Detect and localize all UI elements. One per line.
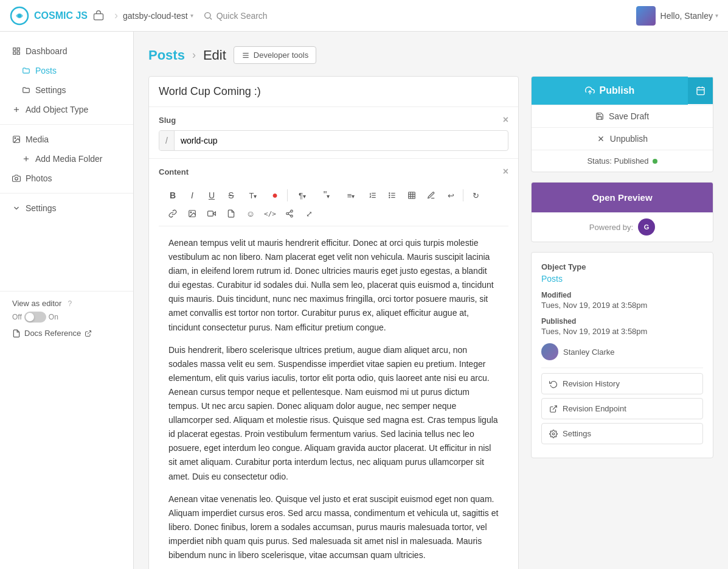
sidebar-item-add-media-folder[interactable]: Add Media Folder <box>0 149 133 169</box>
svg-line-38 <box>288 214 291 215</box>
revision-history-icon <box>549 380 558 388</box>
unpublish-button[interactable]: Unpublish <box>532 127 713 150</box>
toolbar-code[interactable]: </> <box>261 205 279 222</box>
content-close-icon[interactable]: × <box>503 166 508 177</box>
svg-point-36 <box>286 212 289 215</box>
settings-button[interactable]: Settings <box>541 423 703 444</box>
toggle-track[interactable] <box>24 312 46 323</box>
revision-endpoint-button[interactable]: Revision Endpoint <box>541 398 703 419</box>
save-icon <box>595 112 604 120</box>
powered-by-row: Powered by: G <box>532 212 713 242</box>
sidebar-item-dashboard[interactable]: Dashboard <box>0 41 133 61</box>
toolbar-font-size[interactable]: T <box>241 187 265 204</box>
slug-input[interactable] <box>175 131 508 150</box>
publish-calendar-button[interactable] <box>688 77 713 104</box>
breadcrumb-posts[interactable]: Posts <box>148 47 185 63</box>
editor-body[interactable]: Aenean tempus velit ut mauris hendrerit … <box>159 226 508 569</box>
sidebar-item-media[interactable]: Media <box>0 130 133 149</box>
toolbar-video[interactable] <box>203 205 221 222</box>
slug-label-row: Slug × <box>159 114 508 125</box>
svg-point-25 <box>389 197 390 198</box>
save-draft-button[interactable]: Save Draft <box>532 105 713 127</box>
toolbar-emoji[interactable]: ☺ <box>241 205 260 222</box>
toolbar-refresh[interactable]: ↻ <box>466 187 485 204</box>
toolbar-italic[interactable]: I <box>183 187 201 204</box>
main-layout: Dashboard Posts Settings Add Object Type <box>0 32 728 569</box>
svg-rect-5 <box>17 48 19 51</box>
unpublish-label: Unpublish <box>610 134 648 144</box>
toolbar-image[interactable] <box>183 205 201 222</box>
user-menu[interactable]: Hello, Stanley ▾ <box>660 11 718 21</box>
save-draft-label: Save Draft <box>609 111 649 121</box>
bucket-chevron-icon: ▾ <box>190 12 193 19</box>
toolbar-list-ul[interactable] <box>383 187 401 204</box>
svg-rect-26 <box>409 192 415 199</box>
slug-label: Slug <box>159 116 176 125</box>
view-as-editor-toggle[interactable]: Off On <box>12 312 58 323</box>
toolbar-align[interactable]: ≡ <box>339 187 362 204</box>
open-preview-button[interactable]: Open Preview <box>532 183 713 212</box>
toolbar-quote[interactable]: " <box>315 187 338 204</box>
editor-paragraph-1: Aenean tempus velit ut mauris hendrerit … <box>168 236 499 335</box>
toolbar-underline[interactable]: U <box>203 187 221 204</box>
svg-marker-33 <box>213 212 215 215</box>
bucket-selector[interactable]: gatsby-cloud-test ▾ <box>123 11 193 21</box>
search-icon <box>203 11 213 21</box>
align-chevron <box>352 191 355 200</box>
svg-point-48 <box>552 433 555 435</box>
svg-rect-2 <box>94 13 103 19</box>
svg-line-47 <box>553 405 556 409</box>
sidebar-item-posts[interactable]: Posts <box>0 61 133 80</box>
content-label: Content <box>159 167 189 176</box>
toolbar-paragraph[interactable]: ¶ <box>291 187 314 204</box>
user-section: Hello, Stanley ▾ <box>636 6 718 26</box>
toolbar-strike[interactable]: S <box>222 187 240 204</box>
slug-section: Slug × / <box>149 107 518 159</box>
sidebar-photos-label: Photos <box>26 173 52 183</box>
object-type-label: Object Type <box>541 262 703 271</box>
powered-by-label: Powered by: <box>589 223 633 232</box>
toggle-off-label: Off <box>12 313 22 321</box>
app-name: COSMIC JS <box>34 10 88 21</box>
toolbar-pen[interactable] <box>422 187 440 204</box>
sidebar-settings-obj-label: Settings <box>35 85 66 95</box>
docs-reference-link[interactable]: Docs Reference <box>12 329 121 338</box>
content-grid: Slug × / Content × B <box>148 76 713 569</box>
toolbar-color[interactable]: ● <box>266 187 284 204</box>
toolbar-share[interactable] <box>280 205 299 222</box>
sidebar-add-media-folder-label: Add Media Folder <box>35 154 103 164</box>
developer-tools-button[interactable]: Developer tools <box>234 46 316 64</box>
quick-search[interactable]: Quick Search <box>203 11 268 21</box>
title-input[interactable] <box>149 77 518 107</box>
media-icon <box>12 135 21 144</box>
meta-card: Object Type Posts Modified Tues, Nov 19,… <box>531 252 713 458</box>
toolbar-fullscreen[interactable]: ⤢ <box>300 205 318 222</box>
toolbar-bold[interactable]: B <box>164 187 182 204</box>
status-dot <box>653 159 657 164</box>
sidebar-item-settings[interactable]: Settings <box>0 198 133 218</box>
app-logo[interactable]: COSMIC JS <box>10 6 88 26</box>
toolbar-file[interactable] <box>222 205 240 222</box>
sidebar-item-settings-obj[interactable]: Settings <box>0 80 133 100</box>
svg-point-24 <box>389 195 390 195</box>
meta-user-name: Stanley Clarke <box>563 347 615 357</box>
slug-close-icon[interactable]: × <box>503 114 508 125</box>
add-media-folder-icon <box>22 155 30 163</box>
settings-icon <box>549 430 558 438</box>
publish-button[interactable]: Publish <box>532 77 688 105</box>
svg-point-11 <box>15 138 16 139</box>
toolbar-link[interactable] <box>164 205 182 222</box>
svg-point-37 <box>291 215 293 217</box>
main-content: Posts › Edit Developer tools Slug <box>134 32 728 569</box>
svg-rect-7 <box>13 52 16 54</box>
toggle-on-label: On <box>49 313 58 321</box>
sidebar-item-add-object-type[interactable]: Add Object Type <box>0 100 133 119</box>
toolbar-undo[interactable]: ↩ <box>442 187 460 204</box>
toolbar-list-ol[interactable] <box>364 187 382 204</box>
bucket-name: gatsby-cloud-test <box>123 11 188 21</box>
svg-point-23 <box>389 193 390 194</box>
sidebar-item-photos[interactable]: Photos <box>0 169 133 188</box>
object-type-value[interactable]: Posts <box>541 274 703 284</box>
toolbar-table[interactable] <box>403 187 421 204</box>
revision-history-button[interactable]: Revision History <box>541 373 703 394</box>
